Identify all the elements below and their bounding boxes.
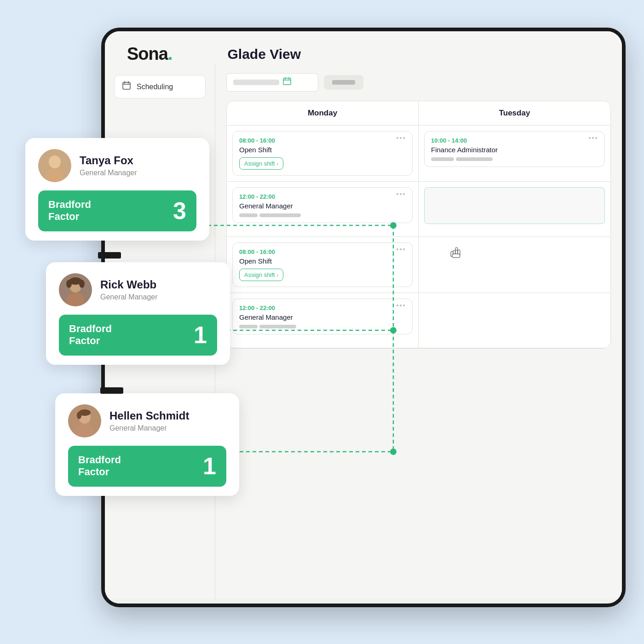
shift-time-gm1: 12:00 - 22:00 — [239, 193, 406, 200]
tuesday-highlight-stub — [424, 187, 605, 224]
assign-shift-button-1[interactable]: Assign shift › — [239, 157, 283, 170]
grid-cell-r2-monday: 12:00 - 22:00 General Manager — [227, 182, 419, 237]
grid-header: Monday Tuesday — [227, 101, 610, 126]
col-header-monday: Monday — [227, 101, 419, 125]
employee-role-tanya: General Manager — [80, 169, 137, 177]
assign-label-1: Assign shift — [244, 160, 275, 167]
app-logo: Sona. — [127, 44, 172, 64]
assign-shift-button-2[interactable]: Assign shift › — [239, 269, 283, 281]
grid-cell-r4-monday: 12:00 - 22:00 General Manager — [227, 293, 419, 348]
avatar-pill-1 — [431, 157, 454, 161]
separator-2 — [100, 387, 123, 394]
svg-point-36 — [77, 412, 81, 419]
shift-avatars-gm1 — [239, 213, 406, 217]
employee-name-hellen: Hellen Schmidt — [109, 409, 189, 422]
bradford-number-tanya: 3 — [173, 199, 186, 223]
shift-title-gm2: General Manager — [239, 313, 406, 321]
avatar-pill-gm1-2 — [259, 213, 301, 217]
grid-body: 08:00 - 16:00 Open Shift Assign shift › — [227, 126, 610, 348]
svg-rect-42 — [455, 247, 458, 250]
employee-header-rick: Rick Webb General Manager — [59, 273, 217, 306]
shift-menu-2[interactable] — [397, 247, 408, 251]
employee-header-tanya: Tanya Fox General Manager — [38, 149, 196, 182]
assign-label-2: Assign shift — [244, 271, 275, 278]
toolbar-extra-btn[interactable] — [324, 75, 363, 90]
shift-card-finance: 10:00 - 14:00 Finance Administrator — [424, 131, 605, 167]
bradford-number-hellen: 1 — [203, 454, 216, 478]
shift-card-open-1: 08:00 - 16:00 Open Shift Assign shift › — [232, 131, 413, 176]
shift-menu-gm1[interactable] — [397, 192, 408, 196]
app-header: Sona. Glade View — [105, 31, 622, 64]
separator-1 — [98, 252, 121, 259]
shift-card-gm2: 12:00 - 22:00 General Manager — [232, 299, 413, 334]
shift-title-1: Open Shift — [239, 146, 406, 154]
toolbar — [226, 73, 611, 92]
employee-card-tanya: Tanya Fox General Manager BradfordFactor… — [25, 138, 209, 241]
grid-cell-r2-tuesday — [419, 182, 610, 237]
avatar-pill-gm1-1 — [239, 213, 258, 217]
assign-arrow-2: › — [276, 272, 278, 278]
avatar-hellen — [68, 404, 101, 437]
shift-title-gm1: General Manager — [239, 202, 406, 210]
avatar-pill-gm2-1 — [239, 325, 258, 328]
svg-rect-41 — [452, 254, 460, 258]
avatar-pill-gm2-2 — [259, 325, 296, 328]
bradford-badge-hellen: BradfordFactor 1 — [68, 446, 226, 487]
shift-avatars-fin — [431, 157, 598, 161]
svg-point-23 — [50, 157, 60, 167]
shift-time-2: 08:00 - 16:00 — [239, 248, 406, 255]
employee-name-rick: Rick Webb — [100, 278, 158, 291]
employee-name-tanya: Tanya Fox — [80, 154, 137, 167]
employee-header-hellen: Hellen Schmidt General Manager — [68, 404, 226, 437]
employee-info-tanya: Tanya Fox General Manager — [80, 154, 137, 177]
employee-info-hellen: Hellen Schmidt General Manager — [109, 409, 189, 432]
bradford-badge-tanya: BradfordFactor 3 — [38, 190, 196, 231]
main-content: Monday Tuesday 08:00 - 16:00 Open Shift … — [215, 64, 622, 599]
employee-role-rick: General Manager — [100, 293, 158, 301]
shift-menu-fin[interactable] — [589, 136, 600, 140]
assign-arrow-1: › — [276, 161, 278, 167]
avatar-rick — [59, 273, 92, 306]
bradford-label-rick: BradfordFactor — [69, 323, 112, 347]
employee-card-rick: Rick Webb General Manager BradfordFactor… — [46, 262, 230, 365]
shift-title-2: Open Shift — [239, 257, 406, 265]
sidebar-item-scheduling[interactable]: Scheduling — [114, 75, 206, 98]
shift-time-1: 08:00 - 16:00 — [239, 137, 406, 144]
scheduling-icon — [122, 81, 131, 92]
shift-time-fin: 10:00 - 14:00 — [431, 137, 598, 144]
scheduling-label: Scheduling — [137, 83, 173, 91]
page-title: Glade View — [227, 46, 301, 62]
col-header-tuesday: Tuesday — [419, 101, 610, 125]
shift-menu-1[interactable] — [397, 136, 408, 140]
svg-point-29 — [66, 280, 72, 288]
shift-card-open-2: 08:00 - 16:00 Open Shift Assign shift › — [232, 242, 413, 287]
date-input[interactable] — [226, 73, 318, 92]
grid-cell-r1-monday: 08:00 - 16:00 Open Shift Assign shift › — [227, 126, 419, 182]
cursor — [448, 244, 463, 260]
bradford-badge-rick: BradfordFactor 1 — [59, 315, 217, 356]
employee-card-hellen: Hellen Schmidt General Manager BradfordF… — [55, 393, 239, 496]
avatar-tanya — [38, 149, 71, 182]
shift-title-fin: Finance Administrator — [431, 146, 598, 154]
bradford-label-hellen: BradfordFactor — [78, 454, 121, 478]
avatar-pill-2 — [456, 157, 493, 161]
grid-cell-r4-tuesday — [419, 293, 610, 348]
grid-cell-r1-tuesday: 10:00 - 14:00 Finance Administrator — [419, 126, 610, 182]
svg-point-30 — [79, 280, 85, 288]
svg-rect-4 — [283, 78, 291, 85]
schedule-grid: Monday Tuesday 08:00 - 16:00 Open Shift … — [226, 101, 611, 349]
shift-time-gm2: 12:00 - 22:00 — [239, 305, 406, 311]
shift-card-gm1: 12:00 - 22:00 General Manager — [232, 187, 413, 223]
grid-cell-r3-monday: 08:00 - 16:00 Open Shift Assign shift › — [227, 237, 419, 293]
shift-menu-gm2[interactable] — [397, 304, 408, 307]
employee-info-rick: Rick Webb General Manager — [100, 278, 158, 301]
bradford-number-rick: 1 — [194, 323, 207, 347]
employee-role-hellen: General Manager — [109, 424, 189, 432]
grid-cell-r3-tuesday — [419, 237, 610, 293]
calendar-icon — [283, 77, 291, 87]
svg-rect-0 — [123, 82, 130, 89]
shift-avatars-gm2 — [239, 325, 406, 328]
bradford-label-tanya: BradfordFactor — [48, 199, 91, 223]
